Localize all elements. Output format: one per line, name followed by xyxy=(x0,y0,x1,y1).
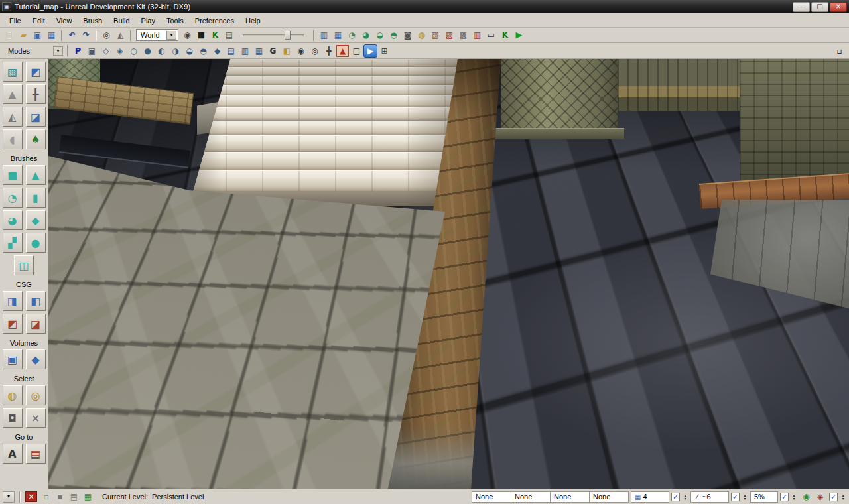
select-translucent-icon[interactable]: ◭ xyxy=(113,29,127,42)
linear-staircase-brush-icon[interactable]: ▞ xyxy=(3,233,23,253)
side-view-icon[interactable]: ▦ xyxy=(252,44,266,58)
volumetric-brush-icon[interactable]: ◫ xyxy=(14,255,34,275)
far-right-spinner[interactable]: ▴ ▾ xyxy=(840,493,846,500)
scale-snap-checkbox[interactable]: ✓ xyxy=(780,493,789,501)
kismet-icon[interactable]: K xyxy=(208,29,222,42)
realtime-audio-icon[interactable]: ◉ xyxy=(799,490,813,503)
status-menu-caret[interactable]: ▾ xyxy=(3,491,15,503)
far-right-wall[interactable] xyxy=(740,59,849,186)
goto-builder-brush-icon[interactable]: ▤ xyxy=(26,444,46,464)
back-wall[interactable] xyxy=(618,59,740,111)
texture-density-icon[interactable]: ◒ xyxy=(182,44,196,58)
volume-preview-icon[interactable]: ◈ xyxy=(813,490,827,503)
select-matching-texture-icon[interactable]: ◎ xyxy=(26,385,46,405)
draw-scale-icon[interactable]: ▫ xyxy=(39,490,53,503)
right-pillar-base[interactable] xyxy=(493,128,624,139)
fullscreen-icon[interactable]: ■ xyxy=(194,29,208,42)
menu-edit[interactable]: Edit xyxy=(27,15,50,27)
open-file-icon[interactable]: ▰ xyxy=(17,29,31,42)
save-icon[interactable]: ▣ xyxy=(31,29,44,42)
grid-volume-field[interactable]: None xyxy=(511,491,551,503)
top-view-icon[interactable]: ▤ xyxy=(224,44,238,58)
scale-snap-field[interactable]: 5% xyxy=(750,491,778,503)
save-all-icon[interactable]: ▦ xyxy=(44,29,58,42)
unlit-icon[interactable]: ○ xyxy=(127,44,141,58)
build-all-icon[interactable]: ◙ xyxy=(401,29,415,42)
content-browser-icon[interactable]: ▤ xyxy=(222,29,236,42)
menu-view[interactable]: View xyxy=(51,15,78,27)
brush-polys-icon[interactable]: ▲ xyxy=(336,44,350,58)
game-view-icon[interactable]: G xyxy=(266,44,280,58)
mobile-preview-icon[interactable]: ▭ xyxy=(484,29,498,42)
level-browser-icon[interactable]: ▦ xyxy=(331,29,345,42)
camera-mode-icon[interactable]: ▧ xyxy=(3,62,23,82)
menu-play[interactable]: Play xyxy=(136,15,161,27)
stone-stairs[interactable] xyxy=(189,59,465,206)
show-flags-eye-icon[interactable]: ◉ xyxy=(294,44,308,58)
minimize-button[interactable]: – xyxy=(793,2,810,12)
shader-complexity-icon[interactable]: ◓ xyxy=(196,44,210,58)
grid-volume-field[interactable]: None xyxy=(550,491,590,503)
spinner-down-icon[interactable]: ▾ xyxy=(742,497,748,500)
csg-subtract-icon[interactable]: ◧ xyxy=(26,291,46,311)
terrain-mode-icon[interactable]: ▲ xyxy=(3,84,23,104)
redo-icon[interactable]: ↷ xyxy=(79,29,93,42)
select-matching-brush-icon[interactable]: ◍ xyxy=(3,385,23,405)
static-mesh-mode-icon[interactable]: ◪ xyxy=(26,107,46,127)
light-complexity-icon[interactable]: ◑ xyxy=(168,44,182,58)
build-geometry-icon[interactable]: ◔ xyxy=(345,29,359,42)
maximize-button[interactable]: □ xyxy=(811,2,828,12)
cylinder-brush-icon[interactable]: ▮ xyxy=(26,188,46,208)
wireframe-icon[interactable]: ◈ xyxy=(113,44,127,58)
stair-step[interactable] xyxy=(189,135,465,152)
autosave-icon[interactable]: ▦ xyxy=(81,490,95,503)
undo-icon[interactable]: ↶ xyxy=(65,29,79,42)
stair-step[interactable] xyxy=(189,152,465,170)
build-paths-icon[interactable]: ◒ xyxy=(373,29,387,42)
slider-thumb[interactable] xyxy=(285,31,291,40)
sphere-brush-icon[interactable]: ● xyxy=(26,233,46,253)
mesh-paint-mode-icon[interactable]: ◭ xyxy=(3,107,23,127)
lit-icon[interactable]: ● xyxy=(141,44,155,58)
stair-step[interactable] xyxy=(189,67,465,76)
squint-mode-icon[interactable]: □ xyxy=(350,44,363,58)
search-binoculars-icon[interactable]: ◉ xyxy=(180,29,194,42)
stair-step[interactable] xyxy=(189,170,465,192)
menu-build[interactable]: Build xyxy=(108,15,135,27)
cone-brush-icon[interactable]: ▲ xyxy=(26,165,46,185)
lock-viewport-icon[interactable]: ◧ xyxy=(280,44,294,58)
spinner-down-icon[interactable]: ▾ xyxy=(840,497,846,500)
perspective-viewport[interactable] xyxy=(48,59,849,489)
world-dropdown[interactable]: World ▾ xyxy=(136,29,178,41)
drag-grid-spinner[interactable]: ▴ ▾ xyxy=(682,493,688,500)
grid-volume-field[interactable]: None xyxy=(589,491,629,503)
close-button[interactable]: × xyxy=(830,2,847,12)
cube-brush-icon[interactable]: ■ xyxy=(3,165,23,185)
drag-grid-checkbox[interactable]: ✓ xyxy=(671,493,680,501)
play-on-pc-icon[interactable]: ⊞ xyxy=(377,44,391,58)
grid-toggle-icon[interactable]: ▪ xyxy=(53,490,67,503)
stair-step[interactable] xyxy=(189,107,465,121)
map-check-icon[interactable]: ▨ xyxy=(442,29,456,42)
stair-step[interactable] xyxy=(189,95,465,107)
modes-dropdown[interactable]: Modes ▾ xyxy=(3,46,64,56)
stair-step[interactable] xyxy=(189,121,465,135)
package-icon[interactable]: ▥ xyxy=(470,29,484,42)
chevron-down-icon[interactable]: ▾ xyxy=(53,46,63,56)
select-split-icon[interactable]: × xyxy=(26,408,46,428)
find-actors-icon[interactable]: ◎ xyxy=(99,29,113,42)
select-inverse-icon[interactable]: ◘ xyxy=(3,408,23,428)
build-cover-icon[interactable]: ◓ xyxy=(387,29,401,42)
chevron-down-icon[interactable]: ▾ xyxy=(166,31,176,40)
camera-speed-slider[interactable] xyxy=(243,29,304,41)
scale-snap-spinner[interactable]: ▴ ▾ xyxy=(791,493,797,500)
stair-step[interactable] xyxy=(189,85,465,95)
new-file-icon[interactable]: ▢ xyxy=(3,29,17,42)
curved-staircase-brush-icon[interactable]: ◔ xyxy=(3,188,23,208)
menu-help[interactable]: Help xyxy=(240,15,266,27)
play-in-viewport-button[interactable]: ▶ xyxy=(363,44,377,58)
viewport-layout-icon[interactable]: ▣ xyxy=(85,44,99,58)
rotation-grid-spinner[interactable]: ▴ ▾ xyxy=(742,493,748,500)
foliage-mode-icon[interactable]: ♠ xyxy=(26,129,46,149)
play-in-editor-icon[interactable]: ▶ xyxy=(512,29,526,42)
